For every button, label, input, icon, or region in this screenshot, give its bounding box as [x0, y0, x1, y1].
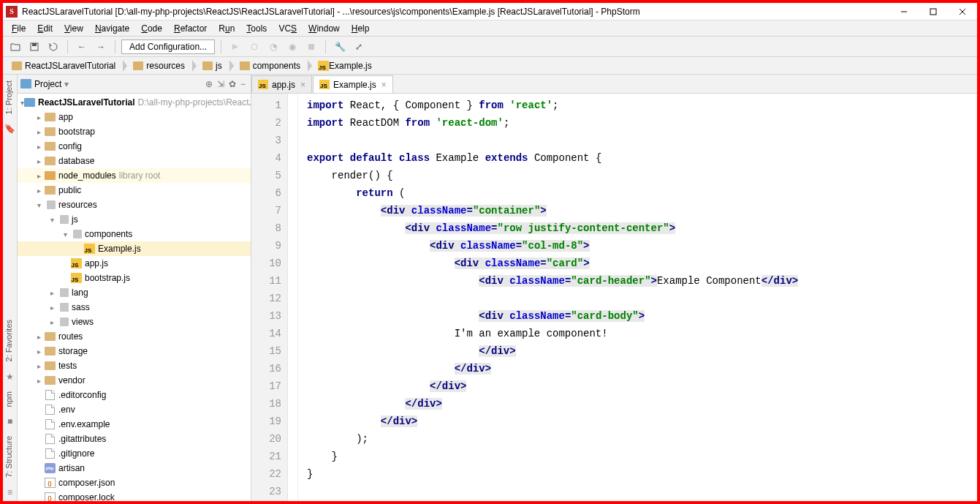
- hide-icon[interactable]: −: [238, 79, 248, 89]
- tab-app-js[interactable]: JSapp.js×: [251, 75, 312, 93]
- add-configuration-button[interactable]: Add Configuration...: [121, 40, 215, 54]
- tree-vendor[interactable]: ▸vendor: [18, 373, 251, 388]
- find-action-icon[interactable]: ⤢: [351, 39, 367, 55]
- json-icon: {}: [45, 492, 56, 501]
- code-content[interactable]: import React, { Component } from 'react'…: [298, 94, 977, 501]
- svg-point-6: [251, 44, 257, 50]
- minimize-button[interactable]: [889, 4, 919, 20]
- tree-label: database: [58, 156, 94, 166]
- tab-example-js[interactable]: JSExample.js×: [313, 75, 393, 93]
- gear-icon[interactable]: ✿: [227, 79, 238, 89]
- line-number: 11: [251, 272, 281, 290]
- refresh-icon[interactable]: [45, 39, 61, 55]
- bookmark-icon[interactable]: 🔖: [4, 123, 16, 135]
- rail-favorites[interactable]: 2: Favorites: [3, 314, 17, 367]
- wrench-icon[interactable]: 🔧: [332, 39, 348, 55]
- project-tree[interactable]: ▾ReactJSLaravelTutorialD:\all-my-php-pro…: [18, 94, 251, 501]
- fold-column[interactable]: [288, 94, 298, 501]
- run-icon[interactable]: [227, 39, 243, 55]
- crumb-root[interactable]: ReactJSLaravelTutorial: [7, 58, 123, 74]
- tree-gitignore[interactable]: ▸.gitignore: [18, 446, 251, 461]
- crumb-components[interactable]: components: [235, 58, 308, 74]
- close-button[interactable]: [948, 4, 977, 20]
- rail-npm[interactable]: npm: [3, 385, 17, 413]
- menu-window[interactable]: Window: [303, 22, 346, 35]
- open-icon[interactable]: [7, 39, 23, 55]
- structure-icon[interactable]: ≡: [4, 486, 16, 498]
- tree-app[interactable]: ▸app: [18, 110, 251, 124]
- tree-config[interactable]: ▸config: [18, 139, 251, 154]
- tree-sass[interactable]: ▸sass: [18, 300, 251, 315]
- window-title: ReactJSLaravelTutorial [D:\all-my-php-pr…: [22, 7, 889, 17]
- tree-root[interactable]: ▾ReactJSLaravelTutorialD:\all-my-php-pro…: [18, 95, 251, 110]
- tree-node-modules[interactable]: ▸node_moduleslibrary root: [18, 168, 251, 183]
- npm-icon[interactable]: ■: [4, 415, 16, 427]
- line-number: 14: [251, 325, 281, 342]
- crumb-label: Example.js: [329, 61, 372, 71]
- js-icon: JS: [318, 61, 329, 71]
- target-icon[interactable]: ⊕: [203, 79, 215, 89]
- tree-composer-lock[interactable]: ▸{}composer.lock: [18, 490, 251, 501]
- sidebar-title: Project: [34, 79, 61, 89]
- tree-bootstrap[interactable]: ▸bootstrap: [18, 124, 251, 139]
- tree-example-js[interactable]: ▸JSExample.js: [18, 241, 251, 256]
- tree-label: artisan: [58, 463, 85, 473]
- tree-label: lang: [72, 287, 88, 298]
- collapse-icon[interactable]: ⇲: [215, 79, 227, 89]
- folder-icon: [240, 61, 250, 70]
- tree-editorconfig[interactable]: ▸.editorconfig: [18, 388, 251, 402]
- crumb-file[interactable]: JSExample.js: [314, 58, 379, 74]
- save-icon[interactable]: [26, 39, 42, 55]
- menu-code[interactable]: Code: [135, 22, 168, 35]
- tree-bootstrap-js[interactable]: ▸JSbootstrap.js: [18, 271, 251, 285]
- tree-env[interactable]: ▸.env: [18, 402, 251, 417]
- tree-components[interactable]: ▾components: [18, 227, 251, 241]
- menu-run[interactable]: Run: [213, 22, 240, 35]
- tree-env-example[interactable]: ▸.env.example: [18, 417, 251, 432]
- menubar: File Edit View Navigate Code Refactor Ru…: [3, 20, 977, 37]
- profile-icon[interactable]: ◉: [284, 39, 300, 55]
- app-window: S ReactJSLaravelTutorial [D:\all-my-php-…: [0, 0, 980, 504]
- coverage-icon[interactable]: ◔: [265, 39, 281, 55]
- line-number: 5: [251, 167, 281, 184]
- tree-label: components: [85, 229, 132, 239]
- crumb-resources[interactable]: resources: [129, 58, 192, 74]
- menu-tools[interactable]: Tools: [240, 22, 273, 35]
- stop-icon[interactable]: [303, 39, 319, 55]
- tree-resources[interactable]: ▾resources: [18, 198, 251, 212]
- tree-label: composer.lock: [58, 492, 115, 501]
- separator: [221, 40, 221, 53]
- maximize-button[interactable]: [919, 4, 948, 20]
- tree-tests[interactable]: ▸tests: [18, 358, 251, 373]
- tree-js[interactable]: ▾js: [18, 212, 251, 227]
- tree-app-js[interactable]: ▸JSapp.js: [18, 256, 251, 271]
- menu-file[interactable]: File: [6, 22, 31, 35]
- rail-structure[interactable]: 7: Structure: [3, 430, 17, 484]
- tree-views[interactable]: ▸views: [18, 315, 251, 329]
- close-icon[interactable]: ×: [381, 80, 387, 90]
- menu-view[interactable]: View: [58, 22, 89, 35]
- forward-icon[interactable]: →: [93, 39, 109, 55]
- debug-icon[interactable]: [246, 39, 262, 55]
- menu-edit[interactable]: Edit: [31, 22, 58, 35]
- dropdown-icon[interactable]: ▾: [64, 79, 69, 89]
- tree-composer-json[interactable]: ▸{}composer.json: [18, 475, 251, 490]
- star-icon[interactable]: ★: [4, 371, 16, 383]
- tree-routes[interactable]: ▸routes: [18, 329, 251, 344]
- menu-navigate[interactable]: Navigate: [89, 22, 135, 35]
- back-icon[interactable]: ←: [74, 39, 90, 55]
- tree-public[interactable]: ▸public: [18, 183, 251, 198]
- tree-storage[interactable]: ▸storage: [18, 344, 251, 358]
- tree-artisan[interactable]: ▸phpartisan: [18, 461, 251, 475]
- rail-project[interactable]: 1: Project: [3, 75, 17, 120]
- tree-database[interactable]: ▸database: [18, 154, 251, 168]
- menu-refactor[interactable]: Refactor: [168, 22, 213, 35]
- menu-vcs[interactable]: VCS: [273, 22, 303, 35]
- code-editor[interactable]: 1 2 3 4 5 6 7 8 9 10 11 12 13 14 15 16 1…: [251, 94, 977, 501]
- tree-gitattributes[interactable]: ▸.gitattributes: [18, 432, 251, 446]
- tree-label: ReactJSLaravelTutorial: [38, 97, 135, 108]
- close-icon[interactable]: ×: [300, 80, 305, 90]
- tree-lang[interactable]: ▸lang: [18, 285, 251, 300]
- menu-help[interactable]: Help: [346, 22, 376, 35]
- crumb-js[interactable]: js: [198, 58, 229, 74]
